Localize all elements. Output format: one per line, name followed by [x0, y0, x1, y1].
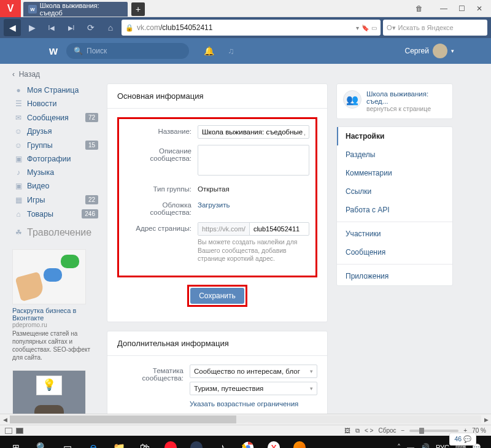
explorer-icon[interactable]: 📁 [107, 437, 131, 448]
settings-nav-item[interactable]: Сообщения [337, 243, 452, 261]
address-bar[interactable]: 🔒 vk.com/club154052411 ▾ 🔖 ▭ [122, 20, 381, 36]
settings-nav-item[interactable]: Ссылки [337, 182, 452, 201]
language-indicator[interactable]: РУС [436, 444, 449, 448]
nav-item[interactable]: ☺Группы15 [12, 138, 98, 152]
lock-icon: 🔒 [125, 24, 134, 32]
back-button[interactable]: ◀ [4, 19, 21, 36]
zoom-reset[interactable]: Сброс [378, 427, 396, 434]
tab-title: Школа выживания: съедоб [40, 2, 123, 17]
trash-icon[interactable]: 🗑 [416, 4, 423, 13]
highlighted-form: Название: Описание сообщества: Тип групп… [117, 117, 317, 277]
nav-extra-item[interactable]: ☘Траволечение [12, 221, 98, 241]
browser-statusbar: 🖾 ⧉ < > Сброс − + 70 % [0, 425, 491, 436]
page-address-input[interactable]: https://vk.com/ club154052411 [198, 222, 309, 236]
subcategory-dropdown[interactable]: Туризм, путешествия▾ [190, 382, 317, 395]
zoom-out-icon[interactable]: − [401, 427, 405, 434]
search-icon[interactable]: 🔍 [29, 437, 54, 448]
settings-nav-item[interactable]: Разделы [337, 145, 452, 164]
store-icon[interactable]: 🛍 [133, 437, 157, 448]
main-column: Основная информация Название: Описание с… [107, 83, 328, 414]
chrome-icon[interactable] [236, 437, 260, 448]
nav-item[interactable]: ●Моя Страница [12, 83, 98, 97]
minimize-button[interactable]: — [440, 4, 447, 13]
rewind-button[interactable]: I◀ [43, 19, 60, 36]
settings-nav-item[interactable]: Комментарии [337, 164, 452, 182]
nav-item[interactable]: ✉Сообщения72 [12, 110, 98, 125]
opera-icon[interactable] [158, 437, 183, 448]
community-card[interactable]: 👥 Школа выживания: съед... вернуться к с… [336, 83, 453, 119]
battery-icon[interactable]: ▬ [407, 443, 414, 448]
new-tab-button[interactable]: + [131, 2, 145, 16]
nav-item[interactable]: ♪Музыка [12, 166, 98, 179]
search-engine-icon: О▾ [387, 24, 396, 32]
arrows-icon[interactable]: < > [365, 427, 373, 434]
nav-item[interactable]: ▦Игры22 [12, 193, 98, 207]
nav-item[interactable]: ☺Друзья [12, 125, 98, 138]
volume-icon[interactable]: 🔊 [420, 443, 430, 448]
community-avatar-icon: 👥 [343, 90, 361, 109]
search-placeholder: Искать в Яндексе [398, 24, 454, 31]
nav-item[interactable]: ⌂Товары246 [12, 207, 98, 221]
zoom-slider[interactable] [409, 430, 458, 432]
save-button[interactable]: Сохранить [190, 288, 244, 304]
nav-item[interactable]: ☰Новости [12, 97, 98, 110]
yandex-icon[interactable]: Y [261, 437, 286, 448]
notifications-icon[interactable]: 🔔 [204, 46, 214, 56]
images-toggle-icon[interactable]: 🖾 [344, 427, 350, 434]
status-box-icon[interactable] [16, 428, 23, 434]
firefox-icon[interactable] [287, 437, 312, 448]
description-textarea[interactable] [198, 145, 309, 176]
search-box[interactable]: О▾ Искать в Яндексе [383, 20, 487, 36]
main-nav: ●Моя Страница☰Новости✉Сообщения72☺Друзья… [12, 83, 98, 221]
vivaldi-logo[interactable]: V [0, 0, 21, 17]
maximize-button[interactable]: ☐ [458, 4, 465, 13]
forward-button[interactable]: ▶ [23, 19, 41, 36]
nav-item[interactable]: ▣Видео [12, 179, 98, 193]
ad-block-1[interactable]: Раскрутка бизнеса в Вконтакте pdepromo.r… [12, 249, 98, 361]
vk-search[interactable]: 🔍 Поиск [66, 43, 189, 59]
nav-item[interactable]: ▣Фотографии [12, 152, 98, 166]
bookmark-icon[interactable]: 🔖 [361, 25, 369, 31]
upload-cover-link[interactable]: Загрузить [198, 199, 230, 216]
settings-nav-active[interactable]: Настройки [337, 127, 452, 145]
url-dropdown-icon[interactable]: ▾ [356, 25, 359, 31]
task-view-icon[interactable]: ▭ [55, 437, 80, 448]
reload-button[interactable]: ⟳ [82, 19, 99, 36]
right-sidebar: 👥 Школа выживания: съед... вернуться к с… [336, 83, 453, 414]
settings-nav-item[interactable]: Приложения [337, 267, 452, 285]
ad-block-2[interactable]: 💡 Вконтакте! Здесь Ваши клиенты dialweb.… [12, 370, 98, 414]
url-path: /club154052411 [160, 23, 212, 32]
tile-icon[interactable]: ⧉ [355, 427, 360, 434]
tray-up-icon[interactable]: ˄ [397, 443, 401, 448]
browser-tab[interactable]: w Школа выживания: съедоб [23, 2, 128, 17]
user-menu[interactable]: Сергей ▾ [404, 44, 454, 58]
chevron-down-icon: ▾ [451, 48, 454, 54]
vk-logo-icon[interactable]: w [49, 45, 58, 58]
tab-favicon: w [28, 5, 37, 14]
settings-nav-item[interactable]: Работа с API [337, 201, 452, 219]
settings-nav-item[interactable]: Участники [337, 225, 452, 243]
back-link[interactable]: ‹ Назад [12, 70, 491, 79]
page-content: ‹ Назад ●Моя Страница☰Новости✉Сообщения7… [0, 64, 491, 414]
edge-icon[interactable]: e [81, 437, 106, 448]
itunes-icon[interactable]: ♪ [210, 437, 234, 448]
username: Сергей [404, 47, 429, 55]
music-icon[interactable]: ♫ [228, 46, 234, 56]
home-button[interactable]: ⌂ [102, 19, 119, 36]
fastforward-button[interactable]: ▶I [63, 19, 80, 36]
left-sidebar: ●Моя Страница☰Новости✉Сообщения72☺Друзья… [12, 83, 98, 414]
scroll-left-icon[interactable]: ◀ [0, 414, 10, 425]
horizontal-scrollbar[interactable]: ◀ ▶ [0, 414, 491, 425]
chevron-down-icon: ▾ [310, 385, 313, 392]
status-box-icon[interactable] [5, 428, 12, 434]
name-input[interactable] [198, 125, 309, 139]
app-icon[interactable] [184, 437, 209, 448]
topic-dropdown[interactable]: Сообщество по интересам, блог▾ [190, 365, 317, 378]
close-button[interactable]: ✕ [476, 4, 482, 13]
start-button[interactable]: ⊞ [4, 437, 28, 448]
block-icon[interactable]: ▭ [371, 25, 377, 31]
scroll-right-icon[interactable]: ▶ [481, 414, 491, 425]
age-restrictions-link[interactable]: Указать возрастные ограничения [190, 399, 317, 407]
scrollbar-thumb[interactable] [10, 415, 236, 423]
search-icon: 🔍 [74, 47, 83, 55]
